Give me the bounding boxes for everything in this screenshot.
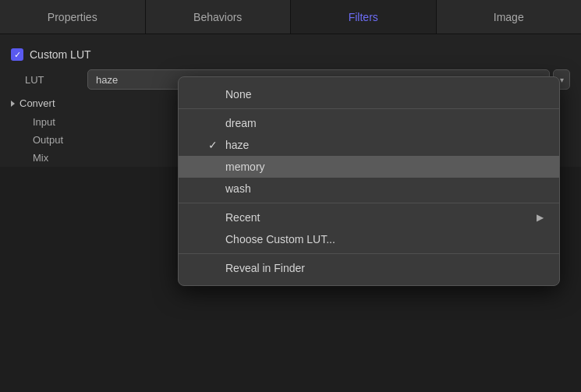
menu-item-dream[interactable]: dream [179, 112, 559, 134]
menu-section-none: None [179, 80, 559, 109]
haze-check-icon: ✓ [207, 139, 219, 151]
output-label: Output [33, 134, 63, 146]
menu-item-dream-label: dream [225, 117, 257, 129]
tab-bar: Properties Behaviors Filters Image [0, 0, 581, 34]
tab-image[interactable]: Image [437, 0, 582, 34]
menu-item-none[interactable]: None [179, 83, 559, 105]
tab-behaviors[interactable]: Behaviors [146, 0, 292, 34]
lut-label: LUT [25, 74, 80, 86]
input-label: Input [33, 116, 55, 128]
menu-section-reveal: Reveal in Finder [179, 254, 559, 282]
menu-item-reveal-label: Reveal in Finder [225, 262, 305, 274]
menu-item-choose-custom[interactable]: Choose Custom LUT... [179, 228, 559, 250]
menu-item-none-label: None [225, 88, 251, 101]
menu-item-reveal[interactable]: Reveal in Finder [179, 257, 559, 279]
checkbox-check-icon: ✓ [14, 51, 21, 59]
menu-item-recent[interactable]: Recent ▶ [179, 207, 559, 228]
menu-item-recent-label: Recent [225, 211, 260, 224]
extra-arrow-icon: ▾ [560, 76, 564, 84]
menu-item-haze[interactable]: ✓ haze [179, 134, 559, 156]
menu-item-haze-label: haze [225, 139, 249, 151]
recent-arrow-icon: ▶ [537, 212, 544, 223]
menu-section-recent: Recent ▶ Choose Custom LUT... [179, 203, 559, 254]
triangle-icon [11, 101, 15, 107]
panel: ✓ Custom LUT LUT haze ▾ ▾ Convert Input … [0, 34, 581, 167]
menu-item-memory-label: memory [225, 161, 265, 173]
convert-label: Convert [19, 97, 55, 109]
tab-properties[interactable]: Properties [0, 0, 146, 34]
mix-label: Mix [33, 152, 48, 164]
menu-item-wash[interactable]: wash [179, 178, 559, 200]
custom-lut-checkbox[interactable]: ✓ [11, 48, 23, 61]
menu-item-choose-label: Choose Custom LUT... [225, 233, 335, 245]
custom-lut-label: Custom LUT [30, 48, 91, 61]
lut-dropdown-menu: None dream ✓ haze memory wash [178, 76, 560, 286]
menu-section-luts: dream ✓ haze memory wash [179, 109, 559, 203]
lut-dropdown-value: haze [96, 74, 118, 86]
tab-filters[interactable]: Filters [291, 0, 437, 34]
menu-item-wash-label: wash [225, 182, 251, 195]
menu-item-memory[interactable]: memory [179, 156, 559, 178]
custom-lut-row: ✓ Custom LUT [0, 44, 581, 65]
